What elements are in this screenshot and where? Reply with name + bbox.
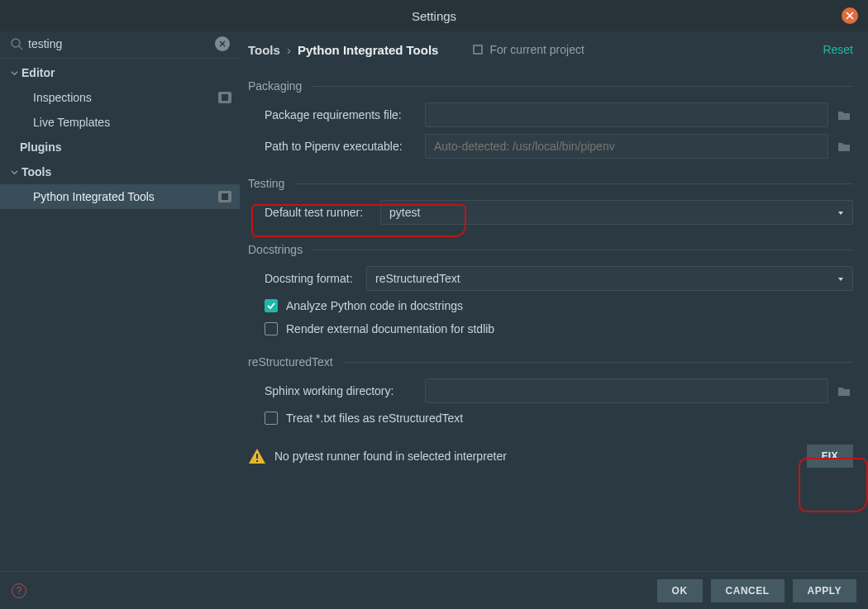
chevron-down-icon bbox=[8, 169, 20, 176]
sidebar-item-editor[interactable]: Editor bbox=[0, 60, 240, 85]
main-panel: Tools › Python Integrated Tools For curr… bbox=[240, 31, 868, 571]
svg-rect-4 bbox=[475, 46, 481, 53]
sidebar-item-label: Python Integrated Tools bbox=[33, 190, 218, 203]
section-heading: Testing bbox=[248, 177, 284, 190]
project-badge-icon bbox=[218, 191, 231, 202]
chevron-down-icon bbox=[8, 69, 20, 77]
search-icon bbox=[10, 37, 23, 50]
section-heading: Packaging bbox=[248, 79, 302, 93]
svg-rect-2 bbox=[222, 193, 228, 200]
close-icon bbox=[846, 12, 854, 20]
svg-rect-5 bbox=[256, 454, 258, 459]
titlebar: Settings bbox=[0, 0, 868, 31]
project-icon bbox=[471, 43, 484, 56]
clear-search-button[interactable] bbox=[215, 36, 230, 51]
breadcrumb-item: Python Integrated Tools bbox=[298, 43, 439, 57]
sidebar-item-python-integrated-tools[interactable]: Python Integrated Tools bbox=[0, 184, 240, 209]
svg-rect-1 bbox=[222, 94, 228, 101]
checkbox-label: Render external documentation for stdlib bbox=[286, 322, 494, 335]
package-requirements-input[interactable] bbox=[425, 102, 828, 127]
sidebar-item-label: Plugins bbox=[20, 140, 231, 154]
dropdown-value: reStructuredText bbox=[375, 272, 460, 285]
warning-row: No pytest runner found in selected inter… bbox=[248, 445, 853, 468]
footer: ? OK CANCEL APPLY bbox=[0, 571, 868, 609]
sidebar: Editor Inspections Live Templates Plugin… bbox=[0, 31, 240, 571]
close-icon bbox=[219, 40, 226, 47]
pipenv-path-label: Path to Pipenv executable: bbox=[248, 140, 425, 153]
svg-rect-6 bbox=[256, 460, 258, 462]
sphinx-working-dir-input[interactable] bbox=[425, 378, 828, 403]
section-heading: reStructuredText bbox=[248, 355, 333, 369]
sidebar-item-label: Inspections bbox=[33, 91, 218, 104]
browse-button[interactable] bbox=[835, 382, 853, 400]
section-testing: Testing Default test runner: pytest bbox=[248, 177, 853, 228]
breadcrumb-item[interactable]: Tools bbox=[248, 43, 280, 57]
ok-button[interactable]: OK bbox=[657, 579, 703, 602]
analyze-docstrings-checkbox[interactable]: Analyze Python code in docstrings bbox=[248, 294, 853, 317]
folder-icon bbox=[837, 385, 851, 397]
default-test-runner-dropdown[interactable]: pytest bbox=[380, 200, 853, 225]
search-input[interactable] bbox=[28, 37, 215, 50]
checkbox-label: Treat *.txt files as reStructuredText bbox=[286, 412, 463, 425]
warning-icon bbox=[248, 447, 266, 465]
section-packaging: Packaging Package requirements file: Pat… bbox=[248, 79, 853, 162]
help-button[interactable]: ? bbox=[12, 583, 26, 598]
sidebar-item-label: Live Templates bbox=[33, 116, 231, 129]
sidebar-item-plugins[interactable]: Plugins bbox=[0, 135, 240, 159]
svg-point-0 bbox=[12, 39, 20, 47]
sidebar-item-label: Editor bbox=[21, 66, 231, 79]
sphinx-working-dir-label: Sphinx working directory: bbox=[248, 384, 425, 397]
section-heading: Docstrings bbox=[248, 243, 303, 256]
project-badge-icon bbox=[218, 92, 231, 103]
section-rst: reStructuredText Sphinx working director… bbox=[248, 355, 853, 430]
browse-button[interactable] bbox=[835, 137, 853, 155]
search-row bbox=[0, 31, 240, 59]
apply-button[interactable]: APPLY bbox=[793, 579, 856, 602]
treat-txt-as-rst-checkbox[interactable]: Treat *.txt files as reStructuredText bbox=[248, 407, 853, 430]
cancel-button[interactable]: CANCEL bbox=[711, 579, 785, 602]
docstring-format-label: Docstring format: bbox=[248, 272, 366, 285]
checkbox-icon bbox=[265, 412, 278, 425]
close-button[interactable] bbox=[842, 7, 858, 24]
sidebar-item-live-templates[interactable]: Live Templates bbox=[0, 110, 240, 135]
checkbox-icon bbox=[265, 322, 278, 335]
main-header: Tools › Python Integrated Tools For curr… bbox=[248, 31, 853, 64]
render-stdlib-checkbox[interactable]: Render external documentation for stdlib bbox=[248, 317, 853, 340]
chevron-right-icon: › bbox=[287, 43, 291, 57]
package-requirements-label: Package requirements file: bbox=[248, 108, 425, 121]
for-current-project-label: For current project bbox=[471, 43, 584, 56]
window-title: Settings bbox=[412, 9, 456, 23]
sidebar-item-tools[interactable]: Tools bbox=[0, 159, 240, 184]
checkbox-icon bbox=[265, 299, 278, 312]
pipenv-path-input[interactable] bbox=[425, 134, 828, 159]
sidebar-item-label: Tools bbox=[21, 165, 231, 178]
folder-icon bbox=[837, 109, 851, 121]
section-docstrings: Docstrings Docstring format: reStructure… bbox=[248, 243, 853, 340]
default-test-runner-label: Default test runner: bbox=[248, 206, 380, 219]
sidebar-item-inspections[interactable]: Inspections bbox=[0, 85, 240, 110]
dropdown-value: pytest bbox=[389, 206, 420, 219]
docstring-format-dropdown[interactable]: reStructuredText bbox=[366, 266, 853, 291]
folder-icon bbox=[837, 140, 851, 152]
caret-down-icon bbox=[837, 272, 844, 285]
reset-link[interactable]: Reset bbox=[823, 43, 853, 56]
breadcrumb: Tools › Python Integrated Tools bbox=[248, 43, 438, 57]
browse-button[interactable] bbox=[835, 106, 853, 124]
warning-text: No pytest runner found in selected inter… bbox=[274, 450, 807, 463]
checkbox-label: Analyze Python code in docstrings bbox=[286, 299, 463, 312]
settings-tree: Editor Inspections Live Templates Plugin… bbox=[0, 59, 240, 211]
fix-button[interactable]: FIX bbox=[807, 445, 853, 468]
caret-down-icon bbox=[837, 206, 844, 219]
